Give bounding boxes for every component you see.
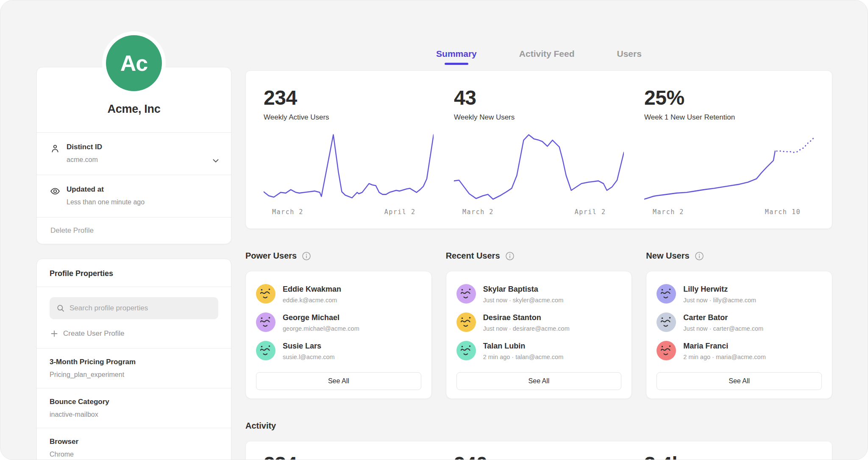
list-item[interactable]: Maria Franci 2 min ago · maria@acme.com (657, 341, 822, 360)
doodle-face-icon (256, 284, 275, 304)
x-tick: March 2 (462, 208, 494, 216)
week1-retention-chart (644, 133, 814, 201)
person-icon (50, 143, 61, 154)
list-item[interactable]: Susie Lars susie.l@acme.com (256, 341, 421, 360)
property-value: inactive-mailbox (50, 411, 218, 418)
user-meta: george.michael@acme.com (283, 325, 359, 332)
distinct-id-row: Distinct ID acme.com (37, 132, 231, 175)
x-tick: March 2 (653, 208, 684, 216)
user-name: Susie Lars (283, 341, 335, 351)
doodle-face-icon (256, 312, 275, 332)
info-icon[interactable] (505, 251, 515, 261)
x-tick: March 2 (272, 208, 303, 216)
user-avatar (657, 312, 676, 332)
list-item[interactable]: Carter Bator Just now · carter@acme.com (657, 312, 822, 332)
user-meta: Just now · desirare@acme.com (483, 325, 570, 332)
stat-week1-retention: 25% Week 1 New User Retention March 2 Ma… (644, 86, 814, 217)
x-tick: April 2 (384, 208, 416, 216)
x-tick: March 10 (765, 208, 801, 216)
sidebar: Ac Acme, Inc Distinct ID acme.com (36, 0, 231, 460)
delete-profile-button[interactable]: Delete Profile (37, 217, 231, 244)
company-name: Acme, Inc (108, 103, 161, 116)
user-name: Lilly Herwitz (683, 284, 756, 294)
stat-value: 43 (454, 86, 624, 109)
info-icon[interactable] (302, 251, 311, 261)
distinct-id-value: acme.com (67, 156, 206, 164)
list-item[interactable]: Skylar Baptista Just now · skyler@acme.c… (456, 284, 622, 304)
search-box (50, 297, 218, 319)
user-meta: 2 min ago · maria@acme.com (683, 354, 765, 360)
user-avatar (256, 284, 275, 304)
summary-stats-card: 234 Weekly Active Users March 2 April 2 … (245, 70, 832, 229)
create-user-profile-label: Create User Profile (63, 329, 125, 338)
property-name: Bounce Category (50, 398, 218, 406)
property-name: 3-Month Pricing Program (50, 358, 218, 366)
user-avatar (456, 312, 476, 332)
new-users-card: Lilly Herwitz Just now · lilly@acme.com … (646, 271, 832, 399)
tab-summary[interactable]: Summary (436, 49, 477, 65)
search-input[interactable] (70, 304, 211, 312)
create-user-profile-button[interactable]: Create User Profile (37, 325, 138, 348)
activity-stat-value: 234 (264, 452, 434, 460)
updated-at-label: Updated at (67, 185, 206, 194)
doodle-face-icon (657, 284, 676, 304)
doodle-face-icon (456, 312, 476, 332)
company-avatar-initials: Ac (120, 50, 147, 76)
tab-activity-feed[interactable]: Activity Feed (519, 49, 575, 65)
user-avatar (456, 284, 476, 304)
list-title: New Users (646, 251, 689, 261)
user-avatar (456, 341, 476, 360)
new-users-section: New Users Lilly Herwitz Ju (646, 251, 832, 399)
list-item[interactable]: Talan Lubin 2 min ago · talan@acme.com (456, 341, 622, 360)
stat-label: Weekly New Users (454, 113, 624, 122)
info-icon[interactable] (695, 251, 704, 261)
user-name: George Michael (283, 312, 359, 322)
list-item[interactable]: Desirae Stanton Just now · desirare@acme… (456, 312, 622, 332)
power-users-section: Power Users Eddie Kwakman (245, 251, 432, 399)
list-title: Power Users (245, 251, 297, 261)
main-content: Summary Activity Feed Users 234 Weekly A… (245, 0, 832, 460)
property-name: Browser (50, 438, 218, 446)
profile-properties-card: Profile Properties Create User Profile 3 (36, 259, 231, 460)
user-name: Carter Bator (683, 312, 763, 322)
active-tab-underline (445, 63, 468, 65)
power-users-card: Eddie Kwakman eddie.k@acme.com George Mi… (245, 271, 432, 399)
see-all-button[interactable]: See All (657, 372, 822, 390)
user-meta: eddie.k@acme.com (283, 297, 341, 304)
stat-weekly-active-users: 234 Weekly Active Users March 2 April 2 (264, 86, 434, 217)
user-avatar (657, 341, 676, 360)
app-canvas: Ac Acme, Inc Distinct ID acme.com (0, 0, 868, 460)
property-row: Bounce Category inactive-mailbox (37, 388, 231, 428)
property-value: Pricing_plan_experiment (50, 371, 218, 379)
recent-users-card: Skylar Baptista Just now · skyler@acme.c… (446, 271, 632, 399)
see-all-button[interactable]: See All (456, 372, 622, 390)
user-meta: Just now · lilly@acme.com (683, 297, 756, 304)
stat-label: Week 1 New User Retention (644, 113, 814, 122)
activity-card: 234 940 3.4k (245, 441, 832, 460)
user-name: Maria Franci (683, 341, 765, 351)
list-item[interactable]: Lilly Herwitz Just now · lilly@acme.com (657, 284, 822, 304)
activity-stat-value: 940 (454, 452, 624, 460)
tab-users[interactable]: Users (617, 49, 642, 65)
doodle-face-icon (256, 341, 275, 360)
search-icon (56, 304, 65, 312)
weekly-active-users-chart (264, 133, 434, 201)
stat-label: Weekly Active Users (264, 113, 434, 122)
doodle-face-icon (456, 341, 476, 360)
weekly-new-users-chart (454, 133, 624, 201)
chevron-down-icon[interactable] (211, 156, 220, 165)
property-value: Chrome (50, 451, 218, 458)
x-tick: April 2 (575, 208, 606, 216)
user-avatar (657, 284, 676, 304)
updated-at-row: Updated at Less than one minute ago (37, 175, 231, 217)
profile-card: Acme, Inc Distinct ID acme.com Update (36, 67, 231, 244)
stat-value: 234 (264, 86, 434, 109)
eye-icon (50, 186, 61, 197)
list-item[interactable]: George Michael george.michael@acme.com (256, 312, 421, 332)
updated-at-value: Less than one minute ago (67, 198, 206, 206)
distinct-id-label: Distinct ID (67, 143, 206, 151)
user-meta: 2 min ago · talan@acme.com (483, 354, 564, 360)
list-item[interactable]: Eddie Kwakman eddie.k@acme.com (256, 284, 421, 304)
see-all-button[interactable]: See All (256, 372, 421, 390)
user-name: Eddie Kwakman (283, 284, 341, 294)
